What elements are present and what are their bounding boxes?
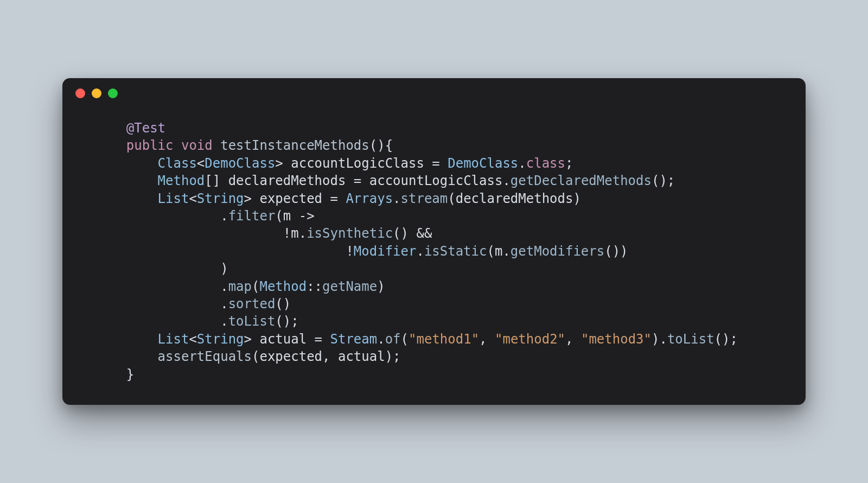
code-token: ! [95,244,354,259]
code-token: . [95,314,228,329]
code-token: < [197,156,205,171]
code-token: = [424,156,448,171]
code-token: assertEquals [158,349,252,364]
code-token: DemoClass [205,156,275,171]
code-token: m [495,244,502,259]
code-token: = [307,332,330,347]
code-token: @Test [126,120,165,136]
code-token: = [346,173,369,188]
code-token [174,138,181,153]
code-token: Class [158,156,197,171]
code-token: ( [252,279,259,294]
code-token: (); [652,173,675,188]
code-token: "method1" [409,332,479,347]
code-token: Method [259,279,307,294]
code-token [95,156,158,171]
code-token: accountLogicClass [369,173,503,188]
code-token: toList [228,314,276,329]
code-token: ( [448,191,455,206]
code-token: Stream [330,332,378,347]
code-token: . [393,191,400,206]
code-token: (){ [369,138,393,153]
code-token: expected [259,349,322,364]
code-token: . [95,296,228,312]
code-token: filter [228,208,276,224]
code-token: String [197,191,244,206]
code-token: testInstanceMethods [220,138,369,153]
code-token: isStatic [424,244,487,259]
code-token: public [126,138,174,153]
code-token: . [377,332,385,347]
code-token: > [244,191,260,206]
code-token: ) [573,191,580,206]
code-token: , [565,332,581,347]
code-token: . [299,226,307,241]
minimize-icon[interactable] [92,88,101,98]
code-token: actual [259,332,307,347]
code-token: Modifier [354,244,417,259]
code-token [95,120,126,136]
code-token: declaredMethods [456,191,573,206]
code-token: . [95,279,228,294]
code-token: ( [252,349,259,364]
code-token: ; [565,156,573,171]
code-token: of [385,332,401,347]
code-token: ( [275,208,283,224]
code-token: (); [275,314,298,329]
code-token [95,173,158,188]
code-token: > [275,156,291,171]
code-token: m [283,208,291,224]
code-block: @Test public void testInstanceMethods(){… [95,119,773,383]
code-token: declaredMethods [228,173,346,188]
code-token: sorted [228,296,276,312]
code-token: getModifiers [510,244,604,259]
window-titlebar [62,78,806,109]
code-token: "method3" [581,332,652,347]
code-token: getName [322,279,377,294]
code-token: . [502,173,510,188]
code-token: DemoClass [448,156,518,171]
code-token: Arrays [346,191,393,206]
code-token: -> [291,208,322,224]
code-token: ( [487,244,494,259]
zoom-icon[interactable] [108,88,118,98]
code-token: getDeclaredMethods [510,173,652,188]
code-token: map [228,279,252,294]
code-token: String [197,332,244,347]
code-token: (); [714,332,738,347]
code-token: , [479,332,495,347]
close-icon[interactable] [75,88,85,98]
code-token: < [189,332,196,347]
stage: @Test public void testInstanceMethods(){… [0,0,868,483]
code-token: ( [401,332,409,347]
code-token: List [158,191,189,206]
code-token: List [158,332,189,347]
code-token: Method [158,173,205,188]
code-token [95,349,158,364]
code-token: :: [307,279,322,294]
code-token: () [275,296,291,312]
code-area: @Test public void testInstanceMethods(){… [62,109,806,405]
code-token [95,332,158,347]
code-token: expected [259,191,322,206]
code-token: actual [338,349,385,364]
code-token: accountLogicClass [291,156,424,171]
code-token: [] [205,173,228,188]
code-token: ) [377,279,385,294]
code-token: } [95,367,134,382]
code-token: . [95,208,228,224]
code-token: m [291,226,298,241]
code-token: . [518,156,526,171]
code-token: . [416,244,424,259]
code-token: ()) [604,244,628,259]
code-token: toList [667,332,714,347]
code-token: () && [393,226,432,241]
code-token: = [322,191,346,206]
code-token: ! [95,226,291,241]
code-token: void [181,138,213,153]
code-token: > [244,332,260,347]
code-token: < [189,191,196,206]
code-token: isSynthetic [307,226,393,241]
code-token: ) [95,261,228,276]
code-token: ). [652,332,667,347]
